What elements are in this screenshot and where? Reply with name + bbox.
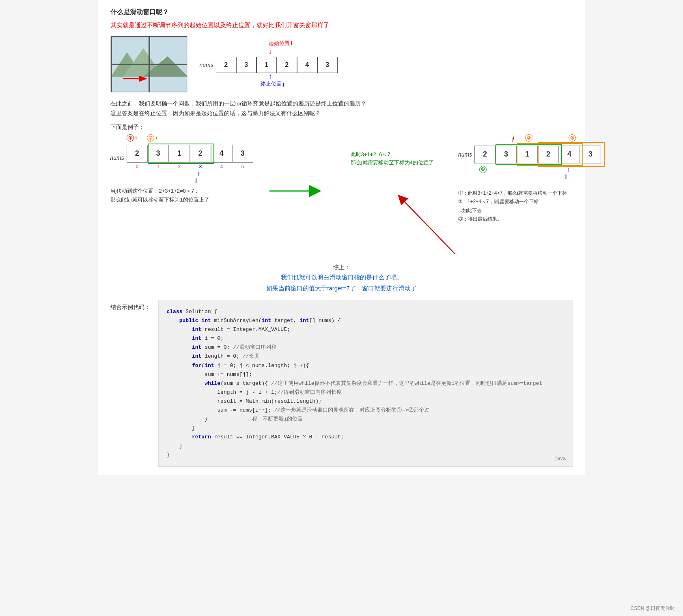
right-cell-1: 3 xyxy=(496,146,517,163)
idx-5: 5 xyxy=(232,163,253,171)
i2-arrow: ↓ xyxy=(149,136,152,143)
page-title: 什么是滑动窗口呢？ xyxy=(110,8,573,17)
idx-0: 0 xyxy=(127,163,148,171)
code-line-1: public int minSubArrayLen(int target, in… xyxy=(167,316,564,325)
transition-arrow xyxy=(269,183,326,199)
idx-1: 1 xyxy=(148,163,169,171)
nums-label-left: nums xyxy=(110,155,124,161)
cell-3: 2 xyxy=(277,57,297,73)
ex-cell-5: 3 xyxy=(232,145,253,163)
code-section: 结合示例代码： class Solution { public int minS… xyxy=(110,300,573,467)
start-arrow: ↓ xyxy=(269,48,272,55)
code-line-0: class Solution { xyxy=(167,307,564,316)
right-i-arrow: ↓ xyxy=(511,136,514,143)
right-j-label: j xyxy=(565,173,601,179)
code-line-2: int result = Integer.MAX_VALUE; xyxy=(167,325,564,334)
nums-label: nums xyxy=(200,62,213,68)
right-cell-0: 2 xyxy=(474,146,496,163)
right-j-arrow: ↑ xyxy=(567,167,601,173)
subtitle: 其实就是通过不断调节序列的起始位置以及终止位置，就好比我们开窗关窗那样子 xyxy=(110,21,573,29)
ex-cell-1: 3 xyxy=(148,145,169,163)
j-arrow-up: ↑ xyxy=(197,171,253,177)
code-line-13: } xyxy=(167,424,564,433)
summary-text-1: 我们也就可以明白滑动窗口指的是什么了吧。 xyxy=(110,274,573,281)
example-title: 下面是例子： xyxy=(110,124,573,131)
code-line-8: while(sum ≥ target){ //这里使用while循环不代表其复杂… xyxy=(167,379,564,388)
code-block: class Solution { public int minSubArrayL… xyxy=(158,300,573,467)
cell-1: 3 xyxy=(236,57,256,73)
right-cell-5: 3 xyxy=(580,146,601,163)
code-line-3: int i = 0; xyxy=(167,334,564,343)
code-line-11: sum -= nums[i++]; //这一步就是滑动窗口的灵魂所在，对应上图分… xyxy=(167,406,564,415)
code-line-15: return result == Integer.MAX_VALUE ? 0 :… xyxy=(167,433,564,442)
j-label: j xyxy=(196,177,253,183)
cell-0: 2 xyxy=(216,57,236,73)
idx-2: 2 xyxy=(169,163,190,171)
right-annotations: ①：此时3+1+2+4>7，那么i就需要再移动一个下标 ②：1+2+4＜7，j就… xyxy=(458,189,601,224)
code-label: 结合示例代码： xyxy=(110,304,150,311)
java-badge: java xyxy=(554,455,566,463)
start-position-label: 起始位置 i xyxy=(269,40,293,47)
ex-cell-3: 2 xyxy=(190,145,211,163)
summary-block: 综上： 我们也就可以明白滑动窗口指的是什么了吧。 如果当前窗口的值大于targe… xyxy=(110,264,573,292)
right-cell-2: 1 xyxy=(517,146,538,163)
cell-5: 3 xyxy=(317,57,338,73)
text-paragraph-1: 在此之前，我们要明确一个问题，我们所用的一层for循环究竟是起始位置的遍历还是终… xyxy=(110,99,573,119)
ex-cell-4: 4 xyxy=(211,145,232,163)
right-nums-label: nums xyxy=(458,151,472,158)
idx-3: 3 xyxy=(190,163,211,171)
code-line-7: sum += nums[j]; xyxy=(167,370,564,379)
window-image xyxy=(110,36,187,92)
cell-4: 4 xyxy=(297,57,317,73)
code-line-9: length = j - i + 1;//得到滑动窗口内序列长度 xyxy=(167,388,564,397)
cell-2: 1 xyxy=(256,57,277,73)
summary-intro: 综上： xyxy=(110,264,573,271)
right-cell-3: 2 xyxy=(538,146,559,163)
summary-text-2: 如果当前窗口的值大于target=7了，窗口就要进行滑动了 xyxy=(110,285,573,292)
bottom-text: 当j移动到这个位置：2+3+1+2=8＞7， 那么此刻i就可以移动至下标为1的位… xyxy=(110,187,253,204)
code-line-12: } 程，不断更新i的位置 xyxy=(167,415,564,424)
code-line-6: for(int j = 0; j < nums.length; j++){ xyxy=(167,361,564,370)
end-position-label: 终止位置 j xyxy=(261,81,284,87)
ex-cell-0: 2 xyxy=(127,145,148,163)
annotation: 此时3+1+2=6＜7， 那么j就需要移动至下标为4的位置了 xyxy=(351,150,434,167)
idx-4: 4 xyxy=(211,163,232,171)
right-cell-4: 4 xyxy=(559,146,580,163)
code-line-4: int sum = 0; //滑动窗口序列和 xyxy=(167,343,564,352)
end-arrow: ↑ xyxy=(269,73,272,80)
i1-arrow: ↓ xyxy=(129,136,132,143)
code-line-5: int length = 0; //长度 xyxy=(167,352,564,361)
code-line-10: result = Math.min(result,length); xyxy=(167,397,564,406)
code-line-17: } xyxy=(167,451,564,459)
code-line-16: } xyxy=(167,442,564,451)
csdn-footer: CSDN @日夜无休时 xyxy=(630,605,675,612)
right-bottom-circle-1: ① xyxy=(479,166,487,173)
ex-cell-2: 1 xyxy=(169,145,190,163)
